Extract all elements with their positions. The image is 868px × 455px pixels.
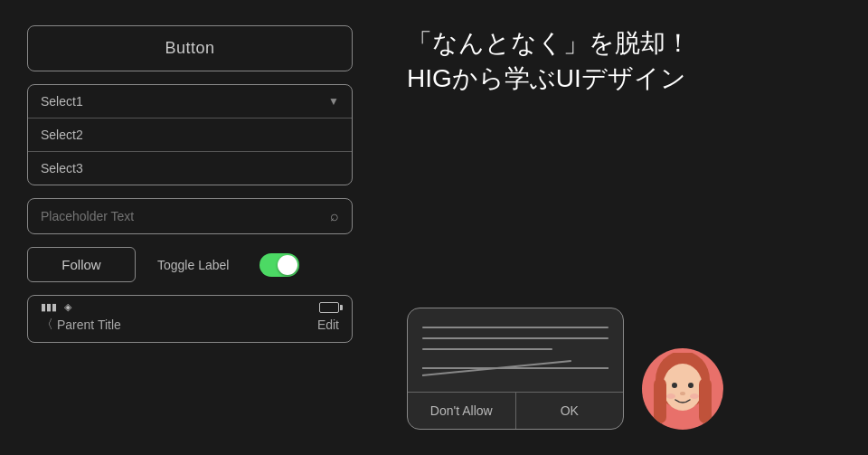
svg-point-3 bbox=[663, 364, 703, 411]
dialog-buttons: Don't Allow OK bbox=[408, 392, 623, 429]
dialog-content bbox=[408, 308, 623, 392]
ok-button[interactable]: OK bbox=[516, 393, 624, 429]
title-line-1: 「なんとなく」を脱却！ bbox=[407, 25, 841, 61]
select-item-1[interactable]: Select1 ▼ bbox=[28, 85, 352, 118]
parent-title-label: Parent Title bbox=[57, 318, 121, 332]
back-button[interactable]: 〈 Parent Title bbox=[41, 317, 121, 333]
svg-point-10 bbox=[690, 393, 699, 399]
dialog-line-2 bbox=[422, 337, 609, 339]
right-panel: 「なんとなく」を脱却！ HIGから学ぶUIデザイン Don't Allow OK bbox=[380, 0, 868, 455]
select-item-3[interactable]: Select3 bbox=[28, 152, 352, 185]
svg-point-7 bbox=[688, 383, 693, 388]
nav-row: 〈 Parent Title Edit bbox=[41, 317, 339, 333]
search-input[interactable] bbox=[41, 209, 323, 223]
follow-button[interactable]: Follow bbox=[27, 247, 136, 282]
svg-point-9 bbox=[666, 393, 675, 399]
select-item-2[interactable]: Select2 bbox=[28, 118, 352, 152]
main-button[interactable]: Button bbox=[27, 25, 353, 71]
status-bar: ▮▮▮ ◈ 〈 Parent Title Edit bbox=[27, 295, 353, 343]
toggle-label: Toggle Label bbox=[157, 258, 229, 272]
edit-button[interactable]: Edit bbox=[317, 318, 339, 332]
left-panel: Button Select1 ▼ Select2 Select3 ⌕ Follo… bbox=[0, 0, 380, 455]
svg-point-8 bbox=[680, 392, 685, 395]
battery-icon bbox=[319, 302, 339, 313]
select-group: Select1 ▼ Select2 Select3 bbox=[27, 84, 353, 185]
chevron-left-icon: 〈 bbox=[41, 317, 53, 333]
search-icon: ⌕ bbox=[330, 208, 339, 224]
svg-rect-4 bbox=[654, 378, 666, 423]
action-row: Follow Toggle Label bbox=[27, 247, 353, 282]
title-text: 「なんとなく」を脱却！ HIGから学ぶUIデザイン bbox=[407, 25, 841, 96]
svg-rect-5 bbox=[699, 378, 712, 423]
dialog-box: Don't Allow OK bbox=[407, 308, 624, 430]
dialog-line-1 bbox=[422, 327, 609, 328]
search-bar: ⌕ bbox=[27, 198, 353, 234]
toggle-switch[interactable] bbox=[259, 253, 299, 277]
dialog-line-3 bbox=[422, 348, 552, 350]
signal-icon: ▮▮▮ bbox=[41, 301, 57, 313]
title-line-2: HIGから学ぶUIデザイン bbox=[407, 61, 841, 96]
avatar bbox=[642, 348, 723, 430]
status-top: ▮▮▮ ◈ bbox=[41, 301, 339, 313]
wifi-icon: ◈ bbox=[64, 301, 71, 313]
toggle-knob bbox=[278, 255, 297, 275]
dont-allow-button[interactable]: Don't Allow bbox=[408, 393, 516, 429]
avatar-face-svg bbox=[646, 353, 719, 430]
svg-point-6 bbox=[672, 383, 677, 388]
bottom-area: Don't Allow OK bbox=[407, 308, 841, 430]
dialog-diagram bbox=[422, 359, 609, 377]
dropdown-arrow-icon: ▼ bbox=[328, 95, 339, 108]
